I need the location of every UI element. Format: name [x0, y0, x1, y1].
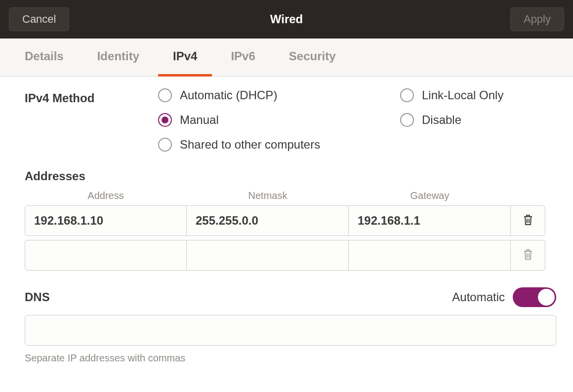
dns-servers-input[interactable] [25, 315, 556, 346]
dns-label: DNS [25, 290, 50, 304]
tab-details[interactable]: Details [10, 39, 79, 77]
dns-automatic-label: Automatic [452, 290, 505, 304]
titlebar: Cancel Wired Apply [0, 0, 573, 39]
radio-link-local-only[interactable]: Link-Local Only [400, 88, 556, 102]
radio-label: Link-Local Only [422, 88, 503, 102]
ipv4-method-section: IPv4 Method Automatic (DHCP) Link-Local … [25, 88, 556, 152]
radio-icon [400, 88, 414, 102]
delete-row-button[interactable] [511, 205, 545, 236]
gateway-input[interactable] [349, 205, 511, 236]
radio-label: Automatic (DHCP) [180, 88, 277, 102]
radio-automatic-dhcp[interactable]: Automatic (DHCP) [158, 88, 400, 102]
tab-ipv6[interactable]: IPv6 [216, 39, 270, 77]
addresses-headers: Address Netmask Gateway [25, 190, 556, 201]
netmask-input[interactable] [187, 240, 349, 271]
header-netmask: Netmask [187, 190, 349, 201]
radio-icon [158, 88, 172, 102]
radio-icon [158, 113, 172, 127]
gateway-input[interactable] [349, 240, 511, 271]
address-row [25, 240, 556, 271]
dns-automatic-toggle[interactable] [513, 287, 556, 307]
toggle-knob [538, 289, 555, 306]
window-title: Wired [0, 12, 573, 26]
tab-bar: Details Identity IPv4 IPv6 Security [0, 39, 573, 77]
delete-row-button[interactable] [511, 240, 545, 271]
header-address: Address [25, 190, 187, 201]
dns-section-header: DNS Automatic [25, 287, 556, 307]
addresses-title: Addresses [25, 169, 556, 183]
address-input[interactable] [25, 240, 187, 271]
content-pane: IPv4 Method Automatic (DHCP) Link-Local … [0, 77, 573, 364]
cancel-button[interactable]: Cancel [9, 7, 69, 31]
tab-identity[interactable]: Identity [82, 39, 154, 77]
apply-button[interactable]: Apply [510, 7, 564, 31]
radio-icon [158, 138, 172, 152]
radio-label: Shared to other computers [180, 138, 320, 152]
radio-label: Manual [180, 113, 219, 127]
tab-ipv4[interactable]: IPv4 [158, 39, 212, 77]
ipv4-method-options: Automatic (DHCP) Link-Local Only Manual … [158, 88, 556, 152]
radio-icon [400, 113, 414, 127]
radio-manual[interactable]: Manual [158, 113, 400, 127]
dns-hint: Separate IP addresses with commas [25, 353, 556, 364]
trash-icon [522, 213, 534, 228]
ipv4-method-label: IPv4 Method [25, 88, 158, 105]
radio-label: Disable [422, 113, 461, 127]
tab-security[interactable]: Security [274, 39, 351, 77]
header-gateway: Gateway [349, 190, 511, 201]
radio-disable[interactable]: Disable [400, 113, 556, 127]
trash-icon [522, 248, 534, 263]
netmask-input[interactable] [187, 205, 349, 236]
address-row [25, 205, 556, 236]
address-input[interactable] [25, 205, 187, 236]
radio-shared[interactable]: Shared to other computers [158, 138, 556, 152]
